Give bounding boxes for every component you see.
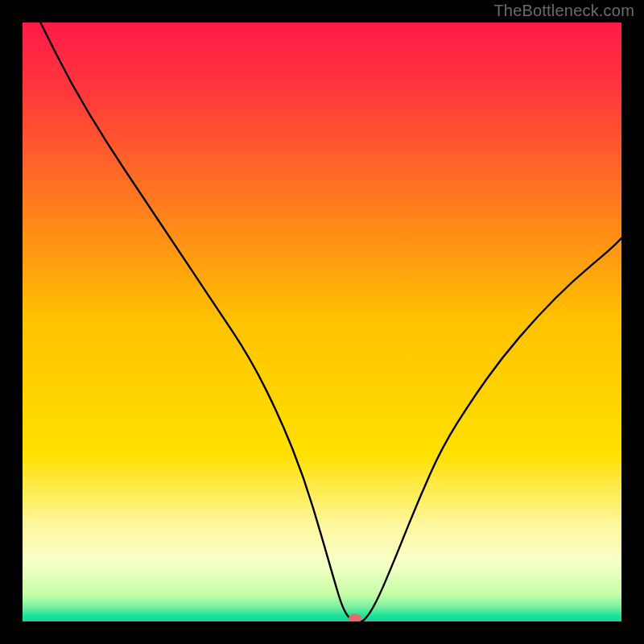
chart-frame: TheBottleneck.com [0,0,644,644]
plot-svg [23,23,621,621]
plot-area [23,23,621,621]
watermark-text: TheBottleneck.com [493,2,634,20]
